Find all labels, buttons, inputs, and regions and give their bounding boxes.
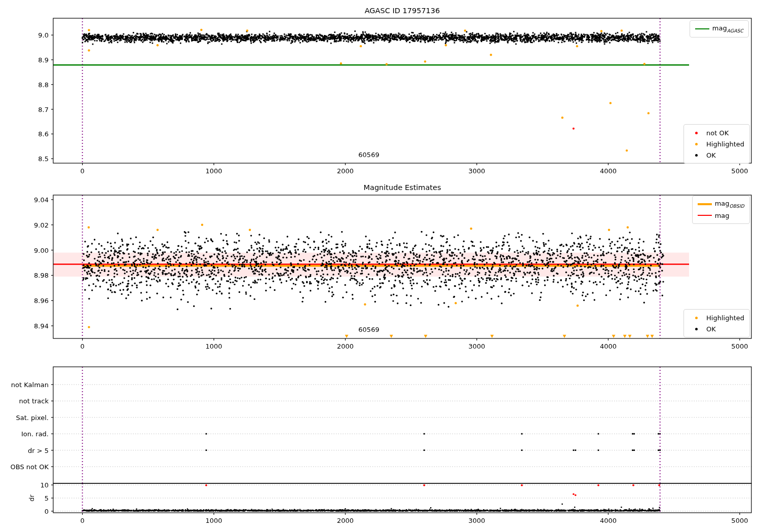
top-plot-xtick-2000: 2000 [337, 167, 354, 175]
flag-category-label: OBS not OK [11, 463, 49, 471]
top-plot-xtick-4000: 4000 [600, 167, 617, 175]
ok-dot-swatch [695, 328, 698, 330]
legend-row-mag-agasc: magAGASC [694, 23, 743, 34]
middle-plot-xtick-0: 0 [80, 343, 84, 350]
top-plot-marker-legend: not OK Highlighted OK [683, 124, 750, 164]
bottom-plot-xtick-4000: 4000 [600, 517, 617, 524]
plots-canvas [0, 0, 760, 532]
legend-row-highlighted: Highlighted [688, 138, 744, 149]
middle-plot-xtick-5000: 5000 [731, 343, 748, 350]
flag-category-label: Sat. pixel. [16, 413, 49, 421]
top-plot-ytick-8.7: 8.7 [38, 105, 49, 113]
top-plot-obsid-annotation: 60569 [358, 151, 379, 159]
legend-row-mag-obsid: magOBSID [697, 199, 744, 210]
middle-plot-xtick-3000: 3000 [468, 343, 485, 350]
legend-label-ok: OK [704, 325, 716, 333]
legend-label-ok: OK [704, 151, 716, 159]
middle-plot-xtick-4000: 4000 [600, 343, 617, 350]
legend-label-mag-agasc: magAGASC [710, 24, 743, 33]
top-plot-ytick-8.8: 8.8 [38, 81, 49, 88]
top-plot-xtick-0: 0 [80, 167, 84, 175]
top-plot-title: AGASC ID 17957136 [365, 7, 440, 15]
middle-plot-ytick-8.96: 8.96 [34, 297, 49, 305]
top-plot-line-legend: magAGASC [690, 20, 749, 37]
middle-plot-xtick-2000: 2000 [337, 343, 354, 350]
top-plot-xtick-1000: 1000 [206, 167, 222, 175]
top-plot-ytick-9.0: 9.0 [38, 31, 49, 39]
legend-swatch-wrap [697, 215, 713, 216]
middle-plot-ytick-8.94: 8.94 [34, 322, 49, 330]
dr-ytick-5: 5 [45, 495, 49, 502]
middle-plot-title: Magnitude Estimates [363, 183, 441, 192]
top-plot-ytick-8.9: 8.9 [38, 56, 49, 63]
dr-ytick-0: 0 [45, 507, 49, 515]
middle-plot-ytick-9.04: 9.04 [34, 196, 49, 203]
legend-row-mag: mag [697, 210, 744, 221]
top-plot-ytick-8.6: 8.6 [38, 130, 49, 138]
highlighted-dot-swatch [695, 317, 698, 319]
top-plot-ytick-8.5: 8.5 [38, 155, 49, 163]
legend-row-highlighted: Highlighted [688, 312, 744, 323]
bottom-plot-xtick-2000: 2000 [337, 517, 354, 524]
legend-swatch-wrap [694, 28, 710, 29]
legend-row-ok: OK [688, 149, 744, 161]
middle-plot-marker-legend: Highlighted OK [683, 309, 750, 337]
dr-axis-label: dr [28, 495, 35, 502]
top-plot-xtick-3000: 3000 [468, 167, 485, 175]
middle-plot-xtick-1000: 1000 [206, 343, 222, 350]
dr-ytick-10: 10 [40, 481, 49, 489]
legend-swatch-wrap [688, 132, 704, 134]
legend-swatch-wrap [688, 328, 704, 330]
orange-line-swatch [698, 203, 712, 205]
flag-category-label: not Kalman [11, 381, 49, 389]
legend-row-ok: OK [688, 323, 744, 334]
middle-plot-ytick-8.98: 8.98 [34, 272, 49, 279]
legend-swatch-wrap [688, 143, 704, 145]
legend-label-mag-obsid: magOBSID [713, 200, 744, 209]
top-plot-xtick-5000: 5000 [731, 167, 748, 175]
middle-plot-obsid-annotation: 60569 [358, 326, 379, 333]
legend-swatch-wrap [688, 317, 704, 319]
legend-swatch-wrap [688, 154, 704, 157]
figure: AGASC ID 17957136 Magnitude Estimates 60… [0, 0, 760, 532]
legend-label-highlighted: Highlighted [704, 314, 744, 322]
not-ok-dot-swatch [695, 132, 698, 134]
legend-row-not-ok: not OK [688, 127, 744, 138]
legend-label-mag: mag [713, 212, 730, 219]
middle-plot-line-legend: magOBSID mag [692, 196, 750, 224]
bottom-plot-xtick-5000: 5000 [731, 517, 748, 524]
highlighted-dot-swatch [695, 143, 698, 145]
bottom-plot-xtick-1000: 1000 [206, 517, 222, 524]
bottom-plot-xtick-3000: 3000 [468, 517, 485, 524]
flag-category-label: dr > 5 [28, 446, 49, 454]
middle-plot-ytick-9.02: 9.02 [34, 221, 49, 229]
bottom-plot-xtick-0: 0 [80, 517, 84, 524]
flag-category-label: not track [19, 397, 49, 405]
green-line-swatch [695, 28, 709, 29]
middle-plot-ytick-9.00: 9.00 [34, 246, 49, 254]
ok-dot-swatch [695, 154, 698, 157]
red-line-swatch [698, 215, 712, 216]
flag-category-label: Ion. rad. [21, 430, 49, 438]
legend-label-not-ok: not OK [704, 129, 729, 137]
legend-label-highlighted: Highlighted [704, 140, 744, 148]
legend-swatch-wrap [697, 203, 713, 205]
